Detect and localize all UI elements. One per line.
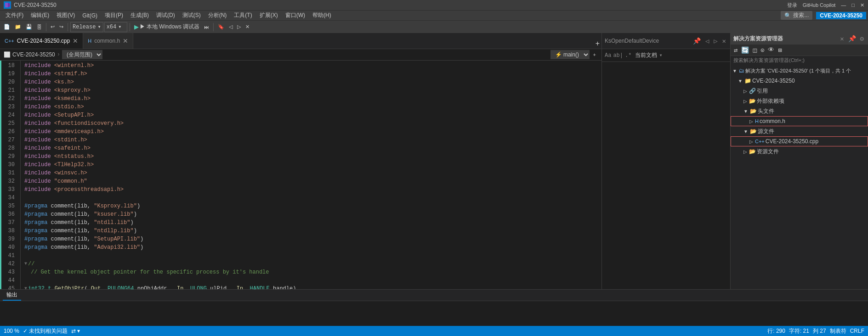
resource-files-icon: 📂	[749, 148, 756, 155]
add-bookmark-button[interactable]: +	[591, 51, 598, 58]
references-node[interactable]: ▷ 🔗 引用	[731, 86, 868, 96]
step-over-button[interactable]: ⏭	[202, 23, 211, 31]
save-all-button[interactable]: 🗄	[35, 23, 44, 31]
function-dropdown[interactable]: ⚡ main()	[550, 50, 590, 59]
menu-test[interactable]: 测试(S)	[179, 11, 204, 20]
tab-common-h[interactable]: H common.h ✕	[83, 33, 133, 49]
menu-view[interactable]: 视图(V)	[53, 11, 79, 20]
project-expand-icon: ▼	[738, 78, 743, 84]
external-deps-expand-icon: ▷	[743, 99, 747, 104]
menu-debug[interactable]: 调试(D)	[153, 11, 179, 20]
second-editor-close-icon[interactable]: ✕	[721, 37, 727, 45]
common-h-node[interactable]: ▷ H common.h	[731, 116, 868, 126]
se-settings-icon[interactable]: ⚙	[859, 34, 865, 43]
cpp-file-icon: C++	[755, 139, 765, 144]
error-item[interactable]: ✓ 未找到相关问题	[23, 327, 68, 335]
case-sensitive-icon[interactable]: Aa	[605, 52, 611, 59]
configuration-dropdown[interactable]: Release ▾	[70, 22, 103, 32]
se-sync-icon[interactable]: ⇄	[732, 46, 739, 55]
external-deps-node[interactable]: ▷ 📂 外部依赖项	[731, 96, 868, 106]
toolbar: 📄 📁 💾 🗄 ↩ ↪ Release ▾ x64 ▾ ▶ ▶ 本地 Windo…	[0, 20, 868, 33]
output-tab[interactable]: 输出	[3, 290, 21, 301]
code-line: #pragma comment(lib, "ntdll.lib")	[24, 218, 598, 227]
resource-files-node[interactable]: ▷ 📂 资源文件	[731, 146, 868, 157]
tab-cpp-close[interactable]: ✕	[73, 37, 78, 45]
se-auto-hide-icon[interactable]: 📌	[847, 34, 857, 43]
project-node[interactable]: ▼ 📁 CVE-2024-35250	[731, 76, 868, 86]
menu-tools[interactable]: 工具(T)	[230, 11, 255, 20]
source-files-node[interactable]: ▼ 📂 源文件	[731, 126, 868, 136]
arrows-item: ⇄ ▾	[71, 328, 80, 334]
bookmark-prev-button[interactable]: ◁	[227, 23, 234, 31]
regex-icon[interactable]: .*	[625, 52, 631, 59]
release-label: Release	[73, 24, 96, 30]
bookmark-clear-button[interactable]: ✕	[244, 23, 251, 31]
search-scope-dropdown-icon[interactable]: ▾	[659, 52, 662, 59]
header-files-node[interactable]: ▼ 📂 头文件	[731, 106, 868, 116]
tab-common-h-label: common.h	[94, 38, 120, 44]
zoom-item[interactable]: 100 %	[4, 328, 19, 334]
maximize-button[interactable]: □	[851, 2, 855, 8]
new-file-button[interactable]: 📄	[2, 23, 12, 31]
code-editor[interactable]: 1819202122 2324252627 2829303132 3334353…	[0, 61, 601, 289]
common-h-expand-icon: ▷	[749, 119, 753, 124]
code-line: ▼//	[24, 260, 598, 268]
se-preview-icon[interactable]: 👁	[766, 46, 776, 54]
menu-search[interactable]: 🔍 搜索...	[781, 11, 812, 20]
se-collapse-icon[interactable]: ◫	[751, 46, 758, 55]
solution-tree: ▼ 🗂 解决方案 'CVE-2024-35250' (1 个项目，共 1 个 ▼…	[731, 65, 868, 289]
second-editor-content	[602, 62, 730, 289]
title-bar-title: CVE-2024-35250	[14, 2, 57, 8]
minimize-button[interactable]: —	[841, 2, 846, 8]
tab-common-h-close[interactable]: ✕	[123, 37, 128, 45]
se-search-label: 搜索解决方案资源管理器(Ctrl+;)	[733, 57, 805, 64]
redo-button[interactable]: ↪	[57, 23, 65, 31]
common-h-label: common.h	[760, 118, 785, 124]
code-line	[24, 252, 598, 260]
menu-build[interactable]: 生成(B)	[127, 11, 153, 20]
bookmark-next-button[interactable]: ▷	[235, 23, 243, 31]
tab-cpp[interactable]: C++ CVE-2024-35250.cpp ✕	[0, 33, 83, 49]
code-line: #include <TlHelp32.h>	[24, 161, 598, 169]
second-editor-pin-icon[interactable]: 📌	[692, 37, 702, 45]
menu-extensions[interactable]: 扩展(X)	[256, 11, 282, 20]
bookmark-button[interactable]: 🔖	[216, 23, 226, 31]
code-line: #include <strmif.h>	[24, 70, 598, 78]
menu-git[interactable]: Git(G)	[79, 11, 101, 20]
save-button[interactable]: 💾	[24, 23, 34, 31]
menu-help[interactable]: 帮助(H)	[309, 11, 335, 20]
platform-dropdown[interactable]: x64 ▾	[104, 22, 127, 32]
panel-title-icons: ✕ 📌 ⚙	[839, 34, 865, 43]
run-icon: ▶	[134, 23, 139, 30]
se-pending-icon[interactable]: ⊙	[759, 46, 766, 55]
menu-window[interactable]: 窗口(W)	[282, 11, 309, 20]
no-errors-label: 未找到相关问题	[29, 327, 68, 335]
menu-project[interactable]: 项目(P)	[101, 11, 127, 20]
se-filter-icon[interactable]: ⊞	[777, 46, 783, 55]
add-tab-button[interactable]: +	[594, 39, 601, 49]
github-copilot-button[interactable]: GitHub Copilot	[803, 2, 836, 8]
scope-dropdown[interactable]: (全局范围)	[62, 50, 102, 59]
second-editor-next-icon[interactable]: ▷	[712, 37, 719, 45]
run-debugger-button[interactable]: ▶ ▶ 本地 Windows 调试器	[132, 22, 202, 32]
login-button[interactable]: 登录	[787, 2, 797, 9]
menu-edit[interactable]: 编辑(E)	[27, 11, 53, 20]
se-close-icon[interactable]: ✕	[839, 34, 845, 43]
se-refresh-icon[interactable]: 🔄	[740, 46, 750, 55]
change-indicator	[0, 61, 1, 289]
menu-analyze[interactable]: 分析(N)	[204, 11, 231, 20]
second-tab-icons: 📌 ◁ ▷ ✕	[692, 37, 727, 45]
external-deps-icon: 📂	[749, 98, 756, 104]
whole-word-icon[interactable]: ab|	[613, 52, 623, 59]
solution-root[interactable]: ▼ 🗂 解决方案 'CVE-2024-35250' (1 个项目，共 1 个	[731, 66, 868, 76]
file-icon: ⬜	[4, 51, 11, 58]
code-line: #include <ksproxy.h>	[24, 86, 598, 95]
second-editor-panel: KsOpenDefaultDevice 📌 ◁ ▷ ✕ Aa ab| .* 当前…	[601, 33, 730, 289]
second-editor-prev-icon[interactable]: ◁	[704, 37, 710, 45]
menu-file[interactable]: 文件(F)	[2, 11, 27, 20]
cpp-file-node[interactable]: ▷ C++ CVE-2024-35250.cpp	[731, 136, 868, 146]
code-line: #pragma comment(lib, "ksuser.lib")	[24, 210, 598, 218]
open-file-button[interactable]: 📁	[13, 23, 23, 31]
undo-button[interactable]: ↩	[49, 23, 57, 31]
close-button[interactable]: ✕	[860, 2, 864, 8]
